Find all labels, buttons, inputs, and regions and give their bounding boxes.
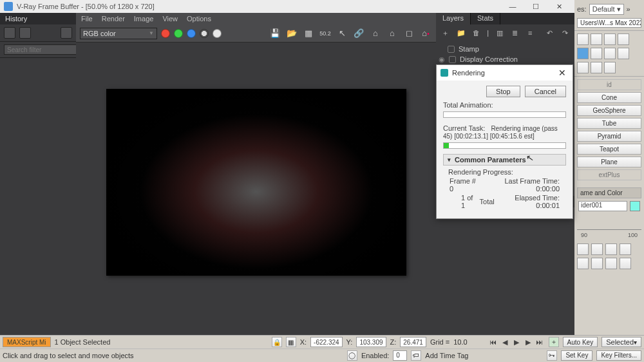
name-color-rollout[interactable]: ame and Color (577, 187, 641, 198)
lock-selection-icon[interactable]: 🔒 (272, 337, 282, 347)
key-small-icon[interactable]: 🗝 (547, 350, 557, 361)
viewport-nav-icon[interactable] (577, 243, 589, 255)
object-name-input[interactable]: ider001 (578, 201, 627, 211)
menu-render[interactable]: Render (102, 15, 125, 23)
ratio-tag[interactable]: 50.2 (319, 27, 332, 40)
primitive-id[interactable]: id (577, 79, 641, 90)
stop-button[interactable]: Stop (486, 86, 520, 97)
menu-view[interactable]: View (162, 15, 178, 23)
menu-image[interactable]: Image (134, 15, 154, 23)
maxscript-listener-tab[interactable]: MAXScript Mi (3, 337, 51, 347)
cameras-category-icon[interactable] (618, 48, 629, 59)
tab-layers[interactable]: Layers (436, 13, 471, 24)
arrow-icon[interactable]: » (627, 5, 630, 13)
lights-category-icon[interactable] (604, 48, 616, 59)
viewport-nav-icon[interactable] (620, 258, 631, 269)
checkbox-icon[interactable] (448, 46, 455, 53)
dialog-close-button[interactable]: ✕ (556, 68, 569, 78)
project-path[interactable]: Users\W...s Max 2022 (577, 18, 641, 28)
green-channel-swatch[interactable] (174, 29, 183, 38)
delete-layer-icon[interactable]: 🗑 (471, 27, 482, 39)
viewport-nav-icon[interactable] (620, 243, 631, 255)
space-warps-icon[interactable] (591, 62, 602, 73)
snap-icon[interactable]: ▦ (286, 337, 296, 347)
z-coord-input[interactable]: 26.471 (400, 337, 426, 347)
primitive-teapot[interactable]: Teapot (577, 144, 641, 155)
object-color-swatch[interactable] (630, 201, 640, 211)
x-coord-input[interactable]: -622.324 (310, 337, 342, 347)
minimize-button[interactable]: — (501, 0, 524, 13)
alpha-channel-swatch[interactable] (200, 29, 209, 38)
layer-display-correction[interactable]: ◉ Display Correction (448, 54, 571, 64)
create-tab-icon[interactable] (577, 33, 589, 45)
eye-icon[interactable]: ◉ (439, 55, 445, 64)
teapot-icon[interactable]: ⌂ (369, 27, 382, 40)
bucket-icon[interactable]: ◻ (402, 27, 415, 40)
mono-channel-swatch[interactable] (213, 29, 222, 38)
primitive-geosphere[interactable]: GeoSphere (577, 105, 641, 116)
expand-all-icon[interactable]: ▥ (494, 27, 506, 39)
primitive-cone[interactable]: Cone (577, 92, 641, 103)
keyfilters-button[interactable]: Key Filters... (596, 350, 641, 361)
primitive-plane[interactable]: Plane (577, 157, 641, 167)
red-channel-swatch[interactable] (161, 29, 170, 38)
history-trash-icon[interactable] (61, 27, 72, 39)
tab-stats[interactable]: Stats (471, 13, 500, 24)
menu-options[interactable]: Options (187, 15, 211, 23)
link-icon[interactable]: 🔗 (352, 27, 365, 40)
primitive-pyramid[interactable]: Pyramid (577, 131, 641, 142)
common-parameters-rollout[interactable]: ▾ Common Parameters (443, 154, 566, 166)
add-folder-icon[interactable]: 📁 (455, 27, 467, 39)
channel-dropdown[interactable]: RGB color ▼ (80, 28, 157, 39)
open-folder-icon[interactable]: 📂 (285, 27, 298, 40)
goto-start-icon[interactable]: ⏮ (488, 337, 498, 347)
checkbox-icon[interactable] (449, 56, 456, 63)
keymode-dropdown[interactable]: Selected ▾ (601, 337, 641, 347)
collapse-all-icon[interactable]: ≣ (509, 27, 520, 39)
close-button[interactable]: ✕ (547, 0, 571, 13)
goto-end-icon[interactable]: ⏭ (535, 337, 545, 347)
render-viewport[interactable] (76, 43, 436, 348)
viewport-nav-icon[interactable] (577, 258, 589, 269)
cancel-button[interactable]: Cancel (525, 86, 566, 97)
redo-icon[interactable]: ↷ (559, 27, 571, 39)
geometry-category-icon[interactable] (577, 48, 589, 59)
y-coord-input[interactable]: 103.309 (356, 337, 386, 347)
viewport-nav-icon[interactable] (591, 258, 603, 269)
menu-file[interactable]: File (81, 15, 93, 23)
viewport-nav-icon[interactable] (605, 243, 617, 255)
prev-frame-icon[interactable]: ◀ (500, 337, 510, 347)
isolate-icon[interactable]: ◯ (347, 350, 357, 361)
primitive-textplus[interactable]: extPlus (577, 169, 641, 180)
region-icon[interactable]: ▦ (302, 27, 315, 40)
save-icon[interactable]: 💾 (269, 27, 281, 40)
setkey-button[interactable]: Set Key (561, 350, 592, 361)
list-icon[interactable]: ≡ (524, 27, 536, 39)
undo-icon[interactable]: ↶ (544, 27, 555, 39)
history-add-icon[interactable] (4, 27, 15, 39)
blue-channel-swatch[interactable] (187, 29, 196, 38)
primitive-tube[interactable]: Tube (577, 118, 641, 129)
next-frame-icon[interactable]: ▶ (523, 337, 533, 347)
modify-tab-icon[interactable] (591, 33, 602, 45)
teapot-stop-icon[interactable]: ⌂ (386, 27, 399, 40)
add-layer-icon[interactable]: ＋ (440, 27, 451, 39)
shapes-category-icon[interactable] (591, 48, 602, 59)
history-ab-icon[interactable] (19, 27, 31, 39)
hierarchy-tab-icon[interactable] (604, 33, 616, 45)
add-time-tag[interactable]: Add Time Tag (425, 352, 468, 359)
pointer-icon[interactable]: ↖ (336, 27, 348, 40)
enabled-field[interactable]: 0 (393, 350, 407, 361)
autokey-button[interactable]: Auto Key (563, 337, 598, 347)
tag-icon[interactable]: 🏷 (411, 350, 421, 361)
add-key-icon[interactable]: ＋ (549, 337, 559, 347)
systems-category-icon[interactable] (604, 62, 616, 73)
maximize-button[interactable]: ☐ (524, 0, 547, 13)
helpers-category-icon[interactable] (577, 62, 589, 73)
viewport-nav-icon[interactable] (591, 243, 603, 255)
preset-dropdown[interactable]: Default ▾ (589, 4, 624, 15)
teapot-dot-icon[interactable]: ⌂• (419, 27, 432, 40)
viewport-nav-icon[interactable] (605, 258, 617, 269)
play-icon[interactable]: ▶ (511, 337, 522, 347)
layer-stamp[interactable]: Stamp (448, 44, 571, 54)
